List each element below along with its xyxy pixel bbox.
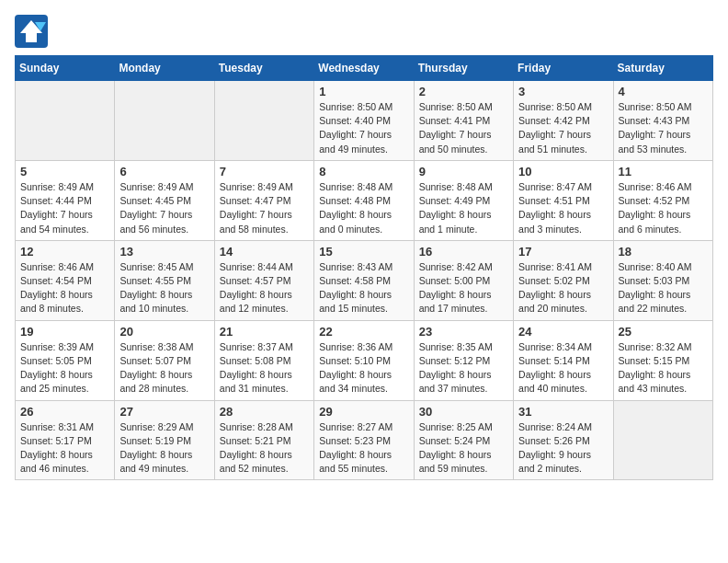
calendar-week-row: 12Sunrise: 8:46 AM Sunset: 4:54 PM Dayli… — [16, 240, 713, 320]
day-info: Sunrise: 8:25 AM Sunset: 5:24 PM Dayligh… — [419, 420, 508, 477]
calendar-cell: 10Sunrise: 8:47 AM Sunset: 4:51 PM Dayli… — [514, 160, 613, 240]
day-number: 12 — [20, 245, 109, 259]
calendar-cell: 15Sunrise: 8:43 AM Sunset: 4:58 PM Dayli… — [314, 240, 414, 320]
weekday-header-thursday: Thursday — [414, 56, 513, 81]
day-info: Sunrise: 8:50 AM Sunset: 4:43 PM Dayligh… — [619, 100, 708, 156]
day-number: 13 — [119, 245, 209, 259]
weekday-header-tuesday: Tuesday — [214, 56, 313, 81]
day-number: 24 — [518, 325, 608, 339]
day-info: Sunrise: 8:28 AM Sunset: 5:21 PM Dayligh… — [220, 420, 309, 477]
day-info: Sunrise: 8:35 AM Sunset: 5:12 PM Dayligh… — [419, 340, 508, 396]
calendar-cell: 18Sunrise: 8:40 AM Sunset: 5:03 PM Dayli… — [613, 240, 712, 320]
calendar-cell: 6Sunrise: 8:49 AM Sunset: 4:45 PM Daylig… — [115, 160, 214, 240]
calendar-cell: 14Sunrise: 8:44 AM Sunset: 4:57 PM Dayli… — [214, 240, 313, 320]
calendar-cell: 27Sunrise: 8:29 AM Sunset: 5:19 PM Dayli… — [115, 400, 214, 480]
weekday-header-saturday: Saturday — [613, 56, 712, 81]
calendar-week-row: 5Sunrise: 8:49 AM Sunset: 4:44 PM Daylig… — [16, 160, 713, 240]
day-info: Sunrise: 8:29 AM Sunset: 5:19 PM Dayligh… — [119, 420, 209, 477]
day-info: Sunrise: 8:36 AM Sunset: 5:10 PM Dayligh… — [319, 340, 408, 396]
calendar-cell: 29Sunrise: 8:27 AM Sunset: 5:23 PM Dayli… — [314, 400, 414, 480]
day-number: 8 — [319, 165, 408, 178]
calendar-cell: 3Sunrise: 8:50 AM Sunset: 4:42 PM Daylig… — [514, 81, 613, 161]
day-info: Sunrise: 8:32 AM Sunset: 5:15 PM Dayligh… — [619, 340, 708, 396]
logo-icon — [15, 15, 48, 48]
day-number: 20 — [119, 325, 209, 339]
day-number: 23 — [419, 325, 508, 339]
calendar-cell: 17Sunrise: 8:41 AM Sunset: 5:02 PM Dayli… — [514, 240, 613, 320]
day-info: Sunrise: 8:47 AM Sunset: 4:51 PM Dayligh… — [518, 180, 608, 236]
day-number: 15 — [319, 245, 408, 259]
day-number: 18 — [619, 245, 708, 259]
day-info: Sunrise: 8:44 AM Sunset: 4:57 PM Dayligh… — [220, 260, 309, 316]
calendar-cell: 7Sunrise: 8:49 AM Sunset: 4:47 PM Daylig… — [214, 160, 313, 240]
day-info: Sunrise: 8:31 AM Sunset: 5:17 PM Dayligh… — [20, 420, 109, 477]
day-info: Sunrise: 8:46 AM Sunset: 4:52 PM Dayligh… — [619, 180, 708, 236]
day-number: 29 — [319, 405, 408, 419]
day-info: Sunrise: 8:38 AM Sunset: 5:07 PM Dayligh… — [119, 340, 209, 396]
calendar-cell: 20Sunrise: 8:38 AM Sunset: 5:07 PM Dayli… — [115, 320, 214, 400]
calendar-week-row: 19Sunrise: 8:39 AM Sunset: 5:05 PM Dayli… — [16, 320, 713, 400]
day-number: 28 — [220, 405, 309, 419]
day-number: 27 — [119, 405, 209, 419]
day-info: Sunrise: 8:45 AM Sunset: 4:55 PM Dayligh… — [119, 260, 209, 316]
day-number: 9 — [419, 165, 508, 178]
day-number: 31 — [518, 405, 608, 419]
calendar-table: SundayMondayTuesdayWednesdayThursdayFrid… — [15, 55, 713, 480]
day-number: 1 — [319, 85, 408, 98]
calendar-cell: 26Sunrise: 8:31 AM Sunset: 5:17 PM Dayli… — [16, 400, 115, 480]
day-info: Sunrise: 8:50 AM Sunset: 4:42 PM Dayligh… — [518, 100, 608, 156]
calendar-cell: 2Sunrise: 8:50 AM Sunset: 4:41 PM Daylig… — [414, 81, 513, 161]
calendar-cell: 30Sunrise: 8:25 AM Sunset: 5:24 PM Dayli… — [414, 400, 513, 480]
day-number: 19 — [20, 325, 109, 339]
calendar-cell: 9Sunrise: 8:48 AM Sunset: 4:49 PM Daylig… — [414, 160, 513, 240]
calendar-cell: 13Sunrise: 8:45 AM Sunset: 4:55 PM Dayli… — [115, 240, 214, 320]
day-number: 17 — [518, 245, 608, 259]
day-info: Sunrise: 8:37 AM Sunset: 5:08 PM Dayligh… — [220, 340, 309, 396]
weekday-header-monday: Monday — [115, 56, 214, 81]
day-info: Sunrise: 8:27 AM Sunset: 5:23 PM Dayligh… — [319, 420, 408, 477]
calendar-week-row: 1Sunrise: 8:50 AM Sunset: 4:40 PM Daylig… — [16, 81, 713, 161]
day-info: Sunrise: 8:40 AM Sunset: 5:03 PM Dayligh… — [619, 260, 708, 316]
calendar-cell: 22Sunrise: 8:36 AM Sunset: 5:10 PM Dayli… — [314, 320, 414, 400]
calendar-cell: 12Sunrise: 8:46 AM Sunset: 4:54 PM Dayli… — [16, 240, 115, 320]
calendar-cell: 4Sunrise: 8:50 AM Sunset: 4:43 PM Daylig… — [613, 81, 712, 161]
day-number: 30 — [419, 405, 508, 419]
calendar-cell: 31Sunrise: 8:24 AM Sunset: 5:26 PM Dayli… — [514, 400, 613, 480]
day-number: 14 — [220, 245, 309, 259]
calendar-cell — [214, 81, 313, 161]
calendar-body: 1Sunrise: 8:50 AM Sunset: 4:40 PM Daylig… — [16, 81, 713, 480]
day-info: Sunrise: 8:49 AM Sunset: 4:47 PM Dayligh… — [220, 180, 309, 236]
day-info: Sunrise: 8:48 AM Sunset: 4:48 PM Dayligh… — [319, 180, 408, 236]
day-number: 5 — [20, 165, 109, 178]
day-number: 11 — [619, 165, 708, 178]
day-number: 22 — [319, 325, 408, 339]
day-info: Sunrise: 8:42 AM Sunset: 5:00 PM Dayligh… — [419, 260, 508, 316]
day-info: Sunrise: 8:46 AM Sunset: 4:54 PM Dayligh… — [20, 260, 109, 316]
day-number: 10 — [518, 165, 608, 178]
calendar-header: SundayMondayTuesdayWednesdayThursdayFrid… — [16, 56, 713, 81]
day-number: 21 — [220, 325, 309, 339]
weekday-header-row: SundayMondayTuesdayWednesdayThursdayFrid… — [16, 56, 713, 81]
calendar-week-row: 26Sunrise: 8:31 AM Sunset: 5:17 PM Dayli… — [16, 400, 713, 480]
day-info: Sunrise: 8:24 AM Sunset: 5:26 PM Dayligh… — [518, 420, 608, 477]
calendar-cell — [613, 400, 712, 480]
day-info: Sunrise: 8:50 AM Sunset: 4:41 PM Dayligh… — [419, 100, 508, 156]
calendar-cell: 16Sunrise: 8:42 AM Sunset: 5:00 PM Dayli… — [414, 240, 513, 320]
calendar-cell: 24Sunrise: 8:34 AM Sunset: 5:14 PM Dayli… — [514, 320, 613, 400]
logo — [15, 15, 51, 48]
calendar-cell: 28Sunrise: 8:28 AM Sunset: 5:21 PM Dayli… — [214, 400, 313, 480]
day-number: 7 — [220, 165, 309, 178]
day-info: Sunrise: 8:39 AM Sunset: 5:05 PM Dayligh… — [20, 340, 109, 396]
day-number: 16 — [419, 245, 508, 259]
day-info: Sunrise: 8:50 AM Sunset: 4:40 PM Dayligh… — [319, 100, 408, 156]
page-header — [15, 15, 713, 48]
calendar-cell: 1Sunrise: 8:50 AM Sunset: 4:40 PM Daylig… — [314, 81, 414, 161]
calendar-cell: 11Sunrise: 8:46 AM Sunset: 4:52 PM Dayli… — [613, 160, 712, 240]
weekday-header-sunday: Sunday — [16, 56, 115, 81]
day-number: 2 — [419, 85, 508, 98]
calendar-cell: 21Sunrise: 8:37 AM Sunset: 5:08 PM Dayli… — [214, 320, 313, 400]
day-info: Sunrise: 8:49 AM Sunset: 4:44 PM Dayligh… — [20, 180, 109, 236]
weekday-header-wednesday: Wednesday — [314, 56, 414, 81]
calendar-cell: 8Sunrise: 8:48 AM Sunset: 4:48 PM Daylig… — [314, 160, 414, 240]
day-info: Sunrise: 8:48 AM Sunset: 4:49 PM Dayligh… — [419, 180, 508, 236]
